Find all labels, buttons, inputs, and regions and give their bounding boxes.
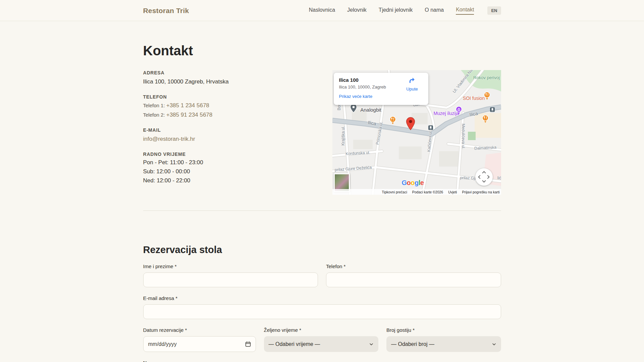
email-field-group: E-mail adresa * [143,295,501,319]
directions-icon [409,77,416,84]
date-field-group: Datum rezervacije * mm/dd/yyyy [143,327,256,352]
name-field-group: Ime i prezime * [143,263,318,287]
pan-control[interactable] [475,168,493,186]
address-block: ADRESA Ilica 100, 10000 Zagreb, Hrvatska [143,70,319,85]
reservation-form: Ime i prezime * Telefon * E-mail adresa … [143,263,501,362]
tram-stop-icon[interactable] [490,107,495,113]
map-data-copyright: Podaci karte ©2026 [412,190,443,194]
pan-left-icon[interactable] [478,175,482,179]
brand-logo[interactable]: Restoran Trik [143,7,189,15]
time-select[interactable]: — Odaberi vrijeme — [264,336,379,352]
chevron-down-icon [369,342,374,347]
tram-stop-icon[interactable] [428,125,433,131]
phone-line-2: Telefon 2: +385 91 234 5678 [143,112,319,118]
report-map-error-link[interactable]: Prijavi pogrešku na karti [462,190,499,194]
time-label: Željeno vrijeme * [264,327,379,333]
guests-field-group: Broj gostiju * — Odaberi broj — [386,327,501,352]
hours-line-3: Ned: 12:00 - 22:00 [143,177,319,184]
hours-line-2: Sub: 12:00 - 00:00 [143,168,319,175]
view-larger-map-link[interactable]: Prikaz veće karte [339,94,373,99]
directions-button[interactable]: Upute [404,77,421,92]
contact-section: ADRESA Ilica 100, 10000 Zagreb, Hrvatska… [143,70,501,195]
email-field-label: E-mail adresa * [143,295,501,301]
main-nav: Naslovnica Jelovnik Tjedni jelovnik O na… [309,6,501,15]
email-input[interactable] [143,304,501,319]
guests-select-value: — Odaberi broj — [391,341,434,347]
phone-input[interactable] [326,273,501,287]
phone-line-1: Telefon 1: +385 1 234 5678 [143,102,319,109]
chevron-down-icon [492,342,496,347]
google-map-embed[interactable]: Ilica Ilica Bos Krajiška ul. Primorska u… [332,70,501,195]
restaurant-pin-icon[interactable] [389,116,396,126]
restaurant-pin-icon[interactable] [484,92,490,102]
map-attribution-bar: Tipkovni prečaci Podaci karte ©2026 Uvje… [332,189,501,195]
date-label: Datum rezervacije * [143,327,256,333]
nav-item-o-nama[interactable]: O nama [425,7,444,14]
directions-label: Upute [404,86,421,92]
date-placeholder: mm/dd/yyyy [148,341,177,347]
phone1-prefix: Telefon 1: [143,103,166,108]
hours-line-1: Pon - Pet: 11:00 - 23:00 [143,159,319,166]
language-toggle[interactable]: EN [487,6,501,15]
phone1-link[interactable]: +385 1 234 5678 [166,102,209,109]
email-link[interactable]: info@restoran-trik.hr [143,136,195,142]
phone2-prefix: Telefon 2: [143,112,166,118]
hours-block: RADNO VRIJEME Pon - Pet: 11:00 - 23:00 S… [143,152,319,184]
pan-down-icon[interactable] [482,179,486,182]
email-block: E-MAIL info@restoran-trik.hr [143,127,319,142]
note-label: Napomena (neobavezno) [143,360,501,362]
phone-block: TELEFON Telefon 1: +385 1 234 5678 Telef… [143,94,319,118]
time-field-group: Željeno vrijeme * — Odaberi vrijeme — [264,327,379,352]
nav-item-jelovnik[interactable]: Jelovnik [347,7,367,14]
guests-label: Broj gostiju * [386,327,501,333]
phone-field-group: Telefon * [326,263,501,287]
time-select-value: — Odaberi vrijeme — [269,341,320,347]
reservation-title: Rezervacija stola [143,244,501,255]
site-header: Restoran Trik Naslovnica Jelovnik Tjedni… [0,0,644,21]
pan-right-icon[interactable] [486,175,489,179]
section-divider [143,210,501,211]
address-label: ADRESA [143,70,319,75]
main-content: Kontakt ADRESA Ilica 100, 10000 Zagreb, … [143,43,501,362]
name-label: Ime i prezime * [143,263,318,269]
date-input[interactable]: mm/dd/yyyy [143,336,256,352]
map-info-window: Ilica 100 Ilica 100, 10000, Zagreb Prika… [334,73,428,105]
phone-field-label: Telefon * [326,263,501,269]
guests-select[interactable]: — Odaberi broj — [386,336,501,352]
contact-info: ADRESA Ilica 100, 10000 Zagreb, Hrvatska… [143,70,319,184]
keyboard-shortcuts-button[interactable]: Tipkovni prečaci [382,190,407,194]
address-value: Ilica 100, 10000 Zagreb, Hrvatska [143,78,319,85]
restaurant-pin-icon[interactable] [482,115,489,125]
business-pin-icon[interactable] [350,104,357,114]
museum-pin-icon[interactable] [455,106,462,116]
name-input[interactable] [143,273,318,287]
google-logo[interactable]: Google [402,179,424,187]
page-title: Kontakt [143,43,501,59]
email-label: E-MAIL [143,127,319,133]
hours-label: RADNO VRIJEME [143,152,319,157]
pan-up-icon[interactable] [482,171,486,175]
location-marker-icon[interactable] [406,117,415,132]
phone-label: TELEFON [143,94,319,100]
nav-item-naslovnica[interactable]: Naslovnica [309,7,335,14]
nav-item-tjedni-jelovnik[interactable]: Tjedni jelovnik [379,7,413,14]
nav-item-kontakt[interactable]: Kontakt [456,7,474,15]
terms-link[interactable]: Uvjeti [448,190,457,194]
calendar-icon[interactable] [245,341,251,347]
phone2-link[interactable]: +385 91 234 5678 [166,112,213,118]
